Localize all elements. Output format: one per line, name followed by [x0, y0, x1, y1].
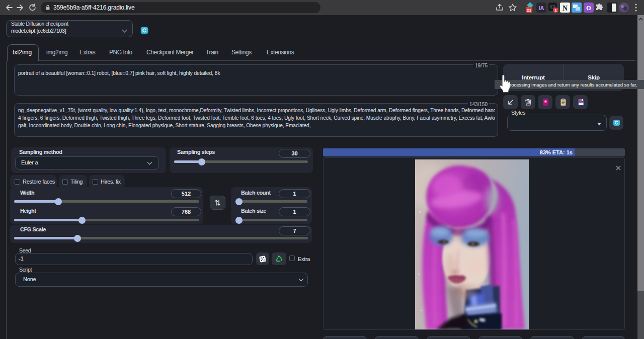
svg-text:IA: IA [539, 5, 544, 11]
svg-text:N: N [562, 5, 568, 12]
svg-text:1: 1 [554, 8, 557, 13]
svg-text:O: O [586, 5, 591, 12]
svg-text:21: 21 [527, 8, 531, 13]
